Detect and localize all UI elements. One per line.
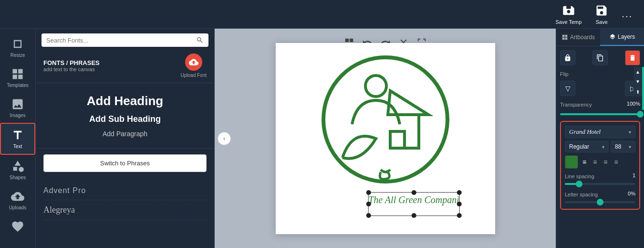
handle-tr[interactable]: [457, 190, 462, 195]
add-subheading-button[interactable]: Add Sub Heading: [43, 111, 207, 127]
lock-icon: [564, 54, 571, 62]
font-name-dropdown[interactable]: Grand Hotel ▾: [565, 126, 635, 138]
line-spacing-section: Line spacing 1: [565, 172, 635, 187]
text-color-swatch[interactable]: [565, 155, 578, 169]
font-list-item-advent[interactable]: Advent Pro: [43, 182, 207, 200]
save-temp-button[interactable]: Save Temp: [552, 2, 586, 27]
text-icon: [11, 129, 24, 142]
sidebar-item-templates[interactable]: Templates: [0, 63, 35, 93]
canvas-frame[interactable]: The All Green Compani: [276, 43, 495, 234]
align-right-button[interactable]: ≡: [601, 156, 610, 168]
fonts-panel: FONTS / PHRASES add text to the canvas U…: [36, 29, 215, 248]
copy-icon: [596, 54, 604, 62]
artboards-icon: [561, 34, 568, 41]
fonts-section-title: FONTS / PHRASES: [43, 59, 100, 66]
letter-spacing-section: Letter spacing 0%: [565, 190, 635, 205]
letter-spacing-slider[interactable]: [565, 201, 635, 203]
align-center-button[interactable]: ≡: [591, 156, 599, 168]
images-icon: [11, 97, 24, 111]
lock-button[interactable]: [560, 50, 575, 65]
svg-point-1: [365, 75, 386, 97]
size-chevron-icon: ▾: [629, 144, 631, 150]
font-size-dropdown[interactable]: 88 ▾: [611, 141, 635, 152]
right-panel-content: Flip ▽ ▷ Transparency 100% Grand Hotel: [556, 46, 644, 248]
transparency-slider[interactable]: [560, 113, 640, 115]
font-search-bar[interactable]: [42, 33, 208, 47]
style-chevron-icon: ▾: [602, 144, 604, 150]
uploads-icon: [11, 190, 24, 203]
text-add-section: Add Heading Add Sub Heading Add Paragrap…: [36, 83, 214, 149]
scroll-down-button[interactable]: ▼: [634, 76, 642, 86]
sidebar-item-resize[interactable]: Resize: [0, 32, 35, 63]
tab-artboards[interactable]: Artboards: [556, 29, 600, 46]
resize-icon: [11, 37, 24, 51]
copy-button[interactable]: [592, 50, 608, 65]
transparency-row: Transparency 100%: [560, 100, 640, 108]
canvas-text[interactable]: The All Green Compani: [368, 194, 459, 205]
svg-point-0: [323, 57, 447, 182]
handle-bl[interactable]: [366, 213, 371, 218]
right-panel: Artboards Layers ▲ ▼ ⬆: [556, 29, 644, 248]
add-heading-button[interactable]: Add Heading: [43, 91, 207, 111]
align-left-button[interactable]: ≡: [580, 156, 589, 168]
add-paragraph-button[interactable]: Add Paragraph: [43, 127, 207, 140]
shapes-icon: [11, 160, 24, 173]
line-spacing-slider[interactable]: [565, 183, 635, 185]
flip-controls: ▽ ▷: [560, 81, 640, 96]
font-chevron-icon: ▾: [629, 129, 631, 135]
upload-icon: [185, 54, 202, 71]
sidebar-item-more[interactable]: [0, 215, 35, 238]
tab-layers[interactable]: Layers: [600, 29, 644, 46]
search-icon: [196, 36, 204, 44]
flip-label: Flip: [560, 71, 640, 77]
sidebar-item-shapes[interactable]: Shapes: [0, 155, 35, 185]
heart-icon: [11, 220, 24, 233]
switch-phrases-button[interactable]: Switch to Phrases: [43, 154, 207, 172]
main-layout: Resize Templates Images Text: [0, 29, 644, 248]
toolbar-actions: Save Temp Save ...: [552, 2, 637, 27]
upload-font-button[interactable]: Upload Font: [181, 54, 207, 78]
handle-mr[interactable]: [457, 202, 462, 206]
handle-bm[interactable]: [411, 213, 416, 218]
icon-sidebar: Resize Templates Images Text: [0, 29, 36, 248]
top-toolbar: Save Temp Save ...: [0, 0, 644, 29]
scroll-up-button[interactable]: ▲: [634, 67, 642, 76]
layers-icon: [609, 33, 616, 40]
delete-button[interactable]: [625, 50, 640, 65]
save-temp-icon: [562, 4, 575, 17]
handle-br[interactable]: [457, 213, 462, 218]
sidebar-item-images[interactable]: Images: [0, 93, 35, 123]
logo-svg: [314, 53, 457, 191]
accent-bar: [642, 67, 644, 110]
fonts-section-subtitle: add text to the canvas: [43, 66, 100, 72]
fonts-header: FONTS / PHRASES add text to the canvas U…: [36, 52, 214, 83]
font-list-item-alegreya[interactable]: Alegreya: [43, 200, 207, 220]
delete-icon: [629, 54, 636, 62]
sidebar-item-uploads[interactable]: Uploads: [0, 185, 35, 215]
scroll-arrows: ▲ ▼ ⬆: [634, 67, 642, 97]
save-icon: [595, 4, 608, 17]
font-section: Grand Hotel ▾ Regular ▾ 88 ▾: [560, 121, 640, 210]
collapse-panel-button[interactable]: ‹: [218, 132, 231, 145]
upload-font-label: Upload Font: [181, 73, 207, 78]
object-controls-row: [560, 50, 640, 65]
right-panel-tabs: Artboards Layers: [556, 29, 644, 46]
more-options-button[interactable]: ...: [618, 7, 636, 22]
canvas-area: The All Green Compani ‹: [215, 29, 556, 248]
scroll-top-button[interactable]: ⬆: [634, 87, 642, 97]
font-style-row: Regular ▾ 88 ▾: [565, 141, 635, 152]
align-justify-button[interactable]: ≡: [612, 156, 621, 168]
save-button[interactable]: Save: [591, 2, 612, 27]
color-align-row: ≡ ≡ ≡ ≡: [565, 155, 635, 169]
font-style-dropdown[interactable]: Regular ▾: [565, 141, 609, 152]
sidebar-item-text[interactable]: Text: [0, 123, 35, 155]
templates-icon: [11, 67, 24, 81]
handle-ml[interactable]: [366, 202, 371, 206]
flip-vertical-button[interactable]: ▽: [560, 81, 575, 96]
font-list: Advent Pro Alegreya: [36, 178, 214, 248]
search-input[interactable]: [46, 37, 192, 44]
